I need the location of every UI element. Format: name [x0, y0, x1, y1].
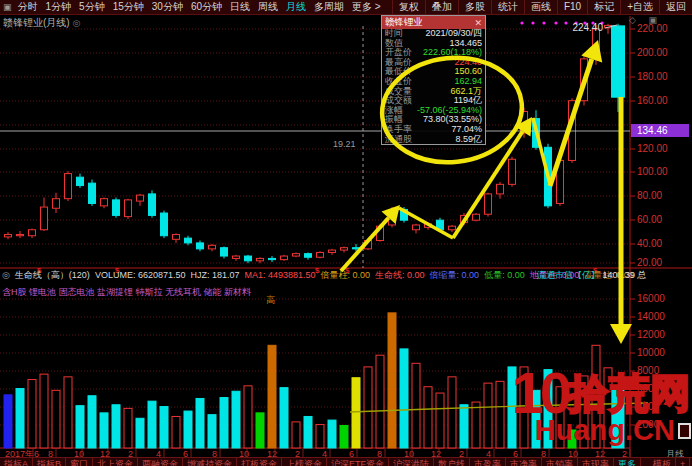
site-watermark: 10 拾荒网 Huang.CN	[511, 364, 691, 445]
indicator-segment: 倍量柱: 0.00	[321, 270, 371, 280]
indicator-segment: 低量: 0.00	[484, 270, 525, 280]
market-cap-suffix: 总	[638, 270, 647, 280]
svg-text:200.00: 200.00	[637, 47, 668, 58]
high-volume-label: 高	[266, 295, 275, 305]
trading-app-window: ▣ 分时1分钟5分钟15分钟30分钟60分钟日线周线月线多周期更多 > 复权叠加…	[0, 0, 692, 466]
concept-tags-row[interactable]: 含H股 锂电池 固态电池 盐湖提锂 特斯拉 无线耳机 储能 新材料	[2, 286, 251, 299]
svg-text:20.00: 20.00	[637, 257, 662, 268]
bottom-tab-上榜资金[interactable]: 上榜资金	[282, 458, 327, 466]
svg-text:16000: 16000	[637, 293, 665, 304]
watermark-domain: Huang.CN	[535, 416, 675, 445]
bottom-tab-+[interactable]: +	[676, 458, 690, 466]
info-panel-rows: 时间2021/09/30/四数值134.465开盘价222.60(1.18%)最…	[382, 29, 485, 144]
bottom-tab-指标B[interactable]: 指标B	[33, 458, 66, 466]
svg-text:180.00: 180.00	[637, 71, 668, 82]
svg-text:224.40: 224.40	[572, 22, 603, 33]
svg-text:160.00: 160.00	[637, 95, 668, 106]
bottom-tab-散户线[interactable]: 散户线	[434, 458, 470, 466]
indicator-segment: MA1: 4493881.50	[244, 270, 315, 280]
svg-text:14000: 14000	[637, 311, 665, 322]
indicator-segment: HJZ: 181.07	[190, 270, 239, 280]
bottom-tab-两融资金[interactable]: 两融资金	[138, 458, 183, 466]
indicator-segment: 生命线（高）(120)	[15, 270, 90, 280]
pane-corner-icons[interactable]: ◇ ▣	[629, 15, 662, 25]
tab-spacer	[641, 458, 649, 466]
expand-icon[interactable]: ◎	[72, 18, 80, 28]
bottom-tab-市盈率[interactable]: 市盈率	[470, 458, 506, 466]
indicator-segment: VOLUME: 6620871.50	[95, 270, 186, 280]
quote-info-panel: 赣锋锂业 ✕ 时间2021/09/30/四数值134.465开盘价222.60(…	[381, 15, 486, 145]
indicator-segment: 生命线: 0.00	[375, 270, 425, 280]
bottom-tab-沪深港陆[interactable]: 沪深港陆	[389, 458, 434, 466]
bottom-tab-市销率[interactable]: 市销率	[542, 458, 578, 466]
svg-text:100.00: 100.00	[637, 166, 668, 177]
svg-text:80.00: 80.00	[637, 190, 662, 201]
bottom-tab-市净率[interactable]: 市净率	[506, 458, 542, 466]
indicator-segment: ◎	[2, 270, 10, 280]
svg-text:12000: 12000	[637, 329, 665, 340]
market-cap-label: 流通市值【亿】	[537, 270, 600, 280]
indicator-segment: 倍缩量: 0.00	[430, 270, 480, 280]
bottom-tab-北上资金[interactable]: 北上资金	[93, 458, 138, 466]
bottom-tab-bar: 指标A指标B窗口北上资金两融资金增减持资金打板资金上榜资金沪深ETF资金沪深港陆…	[0, 457, 692, 466]
svg-text:19.21: 19.21	[333, 139, 356, 149]
watermark-site-name: 拾荒网	[568, 373, 691, 413]
market-cap-readout: 流通市值【亿】 1400.39 总	[537, 269, 647, 282]
svg-text:120.00: 120.00	[637, 143, 668, 154]
bottom-tab-增减持资金[interactable]: 增减持资金	[183, 458, 237, 466]
market-cap-value: 1400.39	[603, 270, 636, 280]
watermark-badge-icon	[678, 423, 691, 439]
bottom-tab-more[interactable]: 更多	[614, 458, 641, 466]
svg-text:60.00: 60.00	[637, 214, 662, 225]
bottom-tab-打板资金[interactable]: 打板资金	[237, 458, 282, 466]
bottom-tab-沪深ETF资金[interactable]: 沪深ETF资金	[327, 458, 389, 466]
symbol-period-label: 赣锋锂业(月线)	[3, 17, 70, 28]
bottom-tab-市现率[interactable]: 市现率	[578, 458, 614, 466]
svg-text:10000: 10000	[637, 347, 665, 358]
svg-text:134.46: 134.46	[637, 125, 668, 136]
close-icon[interactable]: ✕	[474, 18, 482, 28]
candlesticks	[5, 24, 625, 263]
svg-text:40.00: 40.00	[637, 238, 662, 249]
bottom-tab-指标A[interactable]: 指标A	[0, 458, 33, 466]
info-row-流通股: 流通股8.59亿	[382, 135, 485, 145]
bottom-tab-窗口[interactable]: 窗口	[66, 458, 93, 466]
chart-title: 赣锋锂业(月线) ◎	[3, 16, 80, 30]
bottom-tab-模板[interactable]: 模板	[649, 458, 676, 466]
